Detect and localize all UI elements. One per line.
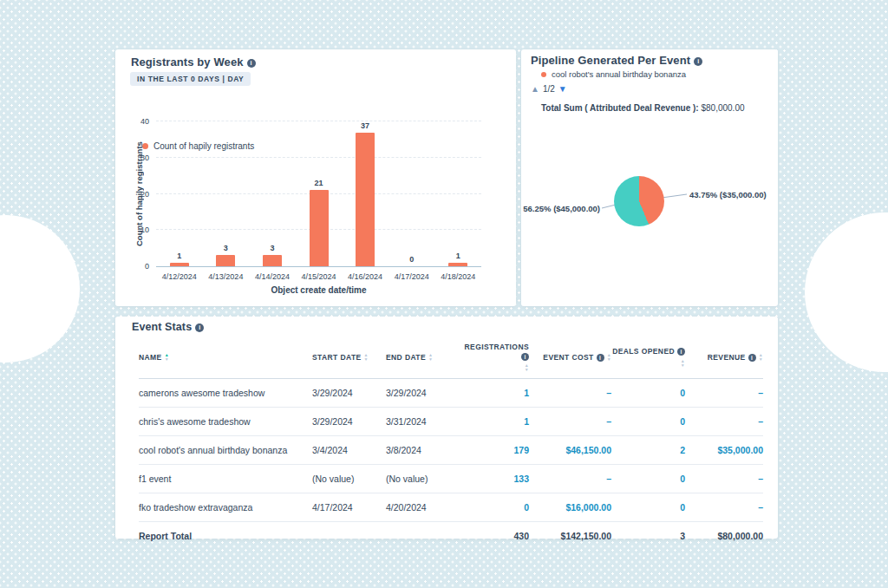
- bar[interactable]: [448, 263, 467, 266]
- metric-value-link[interactable]: –: [685, 465, 763, 493]
- bar[interactable]: [216, 255, 235, 266]
- bar-value-label: 0: [388, 255, 435, 264]
- column-header-revenue[interactable]: REVENUEi▲▼: [685, 337, 763, 379]
- date-range-badge: IN THE LAST 0 DAYS | DAY: [130, 72, 251, 86]
- pie-chart[interactable]: [614, 176, 664, 226]
- x-tick-label: 4/18/2024: [434, 272, 481, 281]
- bar-value-label: 3: [249, 244, 296, 252]
- metric-value-link[interactable]: 0: [611, 379, 685, 408]
- total-sum-line: Total Sum ( Attributed Deal Revenue ): $…: [541, 103, 745, 113]
- pager-label: 1/2: [543, 84, 555, 94]
- column-header-end-date[interactable]: END DATE▲▼: [386, 337, 460, 379]
- metric-value-link[interactable]: $46,150.00: [529, 436, 611, 465]
- event-stats-title-text: Event Stats: [132, 321, 192, 333]
- pager-down-icon[interactable]: ▼: [558, 84, 567, 94]
- decorative-circle-left: [0, 215, 80, 363]
- info-icon[interactable]: i: [521, 353, 529, 361]
- metric-value-link[interactable]: 133: [460, 465, 529, 493]
- column-header-label: REGISTRATIONSi: [460, 343, 529, 361]
- metric-value-link[interactable]: –: [685, 493, 763, 522]
- bar-columns: 14/12/202434/13/202434/14/2024214/15/202…: [156, 121, 481, 266]
- column-header-label: START DATE: [312, 353, 362, 363]
- bar-column: 14/12/2024: [156, 121, 203, 266]
- column-header-registrations[interactable]: REGISTRATIONSi▲▼: [460, 337, 529, 379]
- metric-value-link[interactable]: 0: [611, 408, 685, 436]
- y-tick-label: 0: [145, 262, 149, 271]
- metric-value-link[interactable]: –: [685, 408, 763, 436]
- metric-value-link[interactable]: $35,000.00: [685, 436, 763, 465]
- report-total-value: [312, 522, 386, 551]
- table-header-row: NAME▲▼START DATE▲▼END DATE▲▼REGISTRATION…: [139, 337, 763, 379]
- report-total-value: 3: [611, 522, 685, 551]
- event-stats-table-wrap: NAME▲▼START DATE▲▼END DATE▲▼REGISTRATION…: [139, 337, 763, 550]
- sort-carets-icon[interactable]: ▲▼: [428, 353, 433, 362]
- bar-value-label: 37: [342, 121, 388, 130]
- cell-text: 3/8/2024: [386, 436, 460, 465]
- cell-text: fko tradeshow extravaganza: [139, 493, 312, 522]
- x-tick-label: 4/12/2024: [156, 272, 203, 281]
- bar-value-label: 21: [296, 179, 343, 187]
- info-icon[interactable]: i: [195, 323, 204, 332]
- column-header-deals-opened[interactable]: DEALS OPENEDi▲▼: [611, 337, 685, 379]
- info-icon[interactable]: i: [677, 348, 685, 356]
- x-tick-label: 4/14/2024: [249, 272, 296, 281]
- total-sum-value: $80,000.00: [701, 103, 744, 113]
- info-icon[interactable]: i: [597, 354, 604, 362]
- cell-text: 3/29/2024: [312, 379, 386, 408]
- bar-column: 14/18/2024: [434, 121, 481, 266]
- cell-text: 3/31/2024: [386, 408, 460, 436]
- cell-text: 3/4/2024: [312, 436, 386, 465]
- column-header-event-cost[interactable]: EVENT COSTi▲▼: [529, 337, 611, 379]
- metric-value-link[interactable]: $16,000.00: [529, 493, 611, 522]
- sort-carets-icon[interactable]: ▲▼: [364, 353, 369, 362]
- pipeline-title-text: Pipeline Generated Per Event: [531, 54, 690, 67]
- metric-value-link[interactable]: –: [529, 465, 611, 493]
- sort-carets-icon[interactable]: ▲▼: [525, 363, 529, 372]
- x-tick-label: 4/16/2024: [342, 272, 388, 281]
- report-total-value: $142,150.00: [529, 522, 611, 551]
- x-tick-label: 4/15/2024: [296, 272, 343, 281]
- metric-value-link[interactable]: –: [529, 379, 611, 408]
- column-header-name[interactable]: NAME▲▼: [139, 337, 312, 379]
- metric-value-link[interactable]: 2: [611, 436, 685, 465]
- bar[interactable]: [170, 263, 189, 266]
- pie-legend-item[interactable]: cool robot's annual birthday bonanza: [541, 69, 686, 79]
- metric-value-link[interactable]: 0: [611, 493, 685, 522]
- y-tick-label: 30: [140, 154, 149, 162]
- info-icon[interactable]: i: [748, 354, 756, 362]
- table-row: chris's awesome tradeshow3/29/20243/31/2…: [139, 408, 763, 436]
- metric-value-link[interactable]: 0: [611, 465, 685, 493]
- pager-up-icon[interactable]: ▲: [531, 84, 539, 94]
- column-header-start-date[interactable]: START DATE▲▼: [312, 337, 386, 379]
- cell-text: (No value): [386, 465, 460, 493]
- sort-carets-icon[interactable]: ▲▼: [607, 353, 611, 362]
- total-sum-label: Total Sum ( Attributed Deal Revenue ):: [541, 103, 699, 113]
- bar[interactable]: [310, 190, 329, 266]
- column-header-label: EVENT COSTi: [543, 353, 604, 363]
- sort-carets-icon[interactable]: ▲▼: [165, 353, 169, 362]
- cell-text: 3/29/2024: [312, 408, 386, 436]
- metric-value-link[interactable]: –: [529, 408, 611, 436]
- metric-value-link[interactable]: 179: [460, 436, 529, 465]
- pie-slice-label: 43.75% ($35,000.00): [689, 190, 767, 199]
- pie-slice-label: 56.25% ($45,000.00): [523, 204, 600, 213]
- info-icon[interactable]: i: [247, 59, 256, 68]
- info-icon[interactable]: i: [694, 57, 702, 66]
- metric-value-link[interactable]: 1: [460, 408, 529, 436]
- sort-carets-icon[interactable]: ▲▼: [759, 353, 763, 362]
- column-header-label: END DATE: [386, 353, 426, 363]
- sort-carets-icon[interactable]: ▲▼: [681, 359, 685, 368]
- metric-value-link[interactable]: –: [685, 379, 763, 408]
- bar[interactable]: [263, 255, 282, 266]
- registrants-card-title: Registrants by Weeki: [131, 56, 256, 69]
- bar-column: 374/16/2024: [342, 121, 388, 266]
- metric-value-link[interactable]: 1: [460, 379, 529, 408]
- bar-column: 214/15/2024: [296, 121, 343, 266]
- metric-value-link[interactable]: 0: [460, 493, 529, 522]
- cell-text: (No value): [312, 465, 386, 493]
- report-total-row: Report Total430$142,150.003$80,000.00: [139, 522, 763, 551]
- report-total-value: $80,000.00: [685, 522, 763, 551]
- bar-chart-plot: 010203040 14/12/202434/13/202434/14/2024…: [156, 121, 481, 267]
- bar-value-label: 3: [203, 244, 250, 252]
- bar[interactable]: [356, 133, 375, 266]
